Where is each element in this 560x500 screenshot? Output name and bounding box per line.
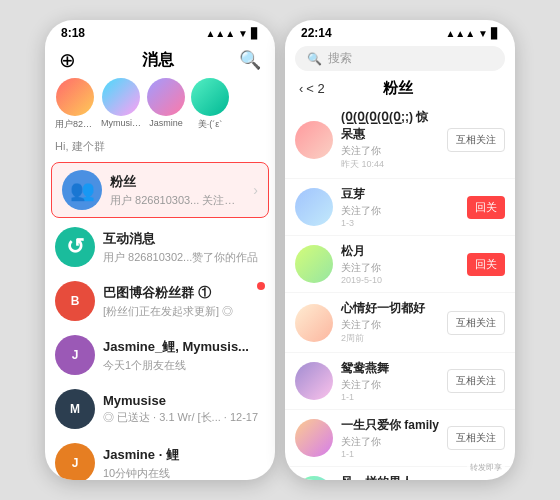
- search-icon: 🔍: [307, 52, 322, 66]
- stories-row: 用户826... Mymusise Jasmine 美·(´ε`: [45, 78, 275, 139]
- search-icon[interactable]: 🔍: [239, 49, 261, 71]
- fan-info: 心情好一切都好 关注了你 2周前: [341, 300, 439, 345]
- story-item[interactable]: 用户826...: [55, 78, 95, 131]
- interactive-name: 互动消息: [103, 230, 265, 248]
- fan-avatar: [295, 121, 333, 159]
- fans-list: (0̲(0̲(0̲(0̲(0̲;;) 惊呆惠 关注了你 昨天 10:44 互相关…: [285, 102, 515, 480]
- mutual-follow-button[interactable]: 互相关注: [447, 128, 505, 152]
- chat-item-jasmine-group[interactable]: J Jasmine_鲤, Mymusis... 今天1个朋友在线: [45, 328, 275, 382]
- interactive-avatar: ↺: [55, 227, 95, 267]
- story-label: Mymusise: [101, 118, 141, 128]
- fan-info: 鸳鸯燕舞 关注了你 1-1: [341, 360, 439, 402]
- fan-info: 一生只爱你 family 关注了你 1-1: [341, 417, 439, 459]
- fan-avatar: [295, 419, 333, 457]
- jasmine-group-info: Jasmine_鲤, Mymusis... 今天1个朋友在线: [103, 338, 265, 373]
- left-status-icons: ▲▲▲ ▼ ▊: [205, 28, 259, 39]
- jasmine-group-avatar: J: [55, 335, 95, 375]
- jasmine2-avatar: J: [55, 443, 95, 480]
- back-button[interactable]: ‹ < 2: [299, 81, 325, 96]
- fan-name: 鸳鸯燕舞: [341, 360, 439, 377]
- story-item[interactable]: Mymusise: [101, 78, 141, 131]
- fan-info: 风一样的男人 关注了你 1-1: [341, 474, 439, 480]
- fan-item[interactable]: 豆芽 关注了你 1-3 回关: [285, 179, 515, 236]
- fan-action: 关注了你: [341, 204, 459, 218]
- story-item[interactable]: 美·(´ε`: [191, 78, 229, 131]
- fan-avatar: [295, 245, 333, 283]
- fans-msg: 用户 826810303... 关注了你: [110, 193, 245, 208]
- signal-icon: ▲▲▲: [445, 28, 475, 39]
- unread-dot: [257, 282, 265, 290]
- wifi-icon: ▼: [238, 28, 248, 39]
- transition-arrow: →: [273, 239, 275, 262]
- right-status-icons: ▲▲▲ ▼ ▊: [445, 28, 499, 39]
- jasmine2-name: Jasmine · 鲤: [103, 446, 265, 464]
- chat-item-interactive[interactable]: ↺ 互动消息 用户 826810302...赞了你的作品: [45, 220, 275, 274]
- greeting-text: Hi, 建个群: [55, 140, 105, 152]
- group-name: 巴图博谷粉丝群 ①: [103, 284, 265, 302]
- left-time: 8:18: [61, 26, 85, 40]
- fan-action: 关注了你: [341, 144, 439, 158]
- mutual-follow-button[interactable]: 互相关注: [447, 311, 505, 335]
- fan-action: 关注了你: [341, 318, 439, 332]
- story-avatar: [191, 78, 229, 116]
- battery-icon: ▊: [491, 28, 499, 39]
- mutual-follow-button[interactable]: 互相关注: [447, 426, 505, 450]
- fan-item[interactable]: 松月 关注了你 2019-5-10 回关: [285, 236, 515, 293]
- fan-item[interactable]: 一生只爱你 family 关注了你 1-1 互相关注: [285, 410, 515, 467]
- fan-action: 关注了你: [341, 261, 459, 275]
- group-info: 巴图博谷粉丝群 ① [粉丝们正在发起求更新] ◎: [103, 284, 265, 319]
- fan-name: 心情好一切都好: [341, 300, 439, 317]
- right-header: ‹ < 2 粉丝: [285, 75, 515, 102]
- fan-action: 关注了你: [341, 378, 439, 392]
- story-label: 美·(´ε`: [198, 118, 223, 131]
- fans-name: 粉丝: [110, 173, 245, 191]
- fans-avatar: 👥: [62, 170, 102, 210]
- greeting-bar: Hi, 建个群: [45, 139, 275, 160]
- fan-avatar: [295, 476, 333, 480]
- fan-action: 关注了你: [341, 435, 439, 449]
- signal-icon: ▲▲▲: [205, 28, 235, 39]
- interactive-msg: 用户 826810302...赞了你的作品: [103, 250, 265, 265]
- fan-item[interactable]: (0̲(0̲(0̲(0̲(0̲;;) 惊呆惠 关注了你 昨天 10:44 互相关…: [285, 102, 515, 179]
- story-avatar: [102, 78, 140, 116]
- fan-avatar: [295, 188, 333, 226]
- chat-item-group[interactable]: B 巴图博谷粉丝群 ① [粉丝们正在发起求更新] ◎: [45, 274, 275, 328]
- fan-avatar: [295, 304, 333, 342]
- fan-time: 1-3: [341, 218, 459, 228]
- jasmine2-msg: 10分钟内在线: [103, 466, 265, 481]
- fan-item[interactable]: 心情好一切都好 关注了你 2周前 互相关注: [285, 293, 515, 353]
- fan-item[interactable]: 鸳鸯燕舞 关注了你 1-1 互相关注: [285, 353, 515, 410]
- fan-time: 昨天 10:44: [341, 158, 439, 171]
- left-phone: 8:18 ▲▲▲ ▼ ▊ ⊕ 消息 🔍 用户826... Mymusise: [45, 20, 275, 480]
- fan-time: 2周前: [341, 332, 439, 345]
- chat-item-mymusise[interactable]: M Mymusise ◎ 已送达 · 3.1 Wr/ [长... · 12-17: [45, 382, 275, 436]
- back-icon: ‹: [299, 81, 303, 96]
- mutual-follow-button[interactable]: 互相关注: [447, 369, 505, 393]
- left-header: ⊕ 消息 🔍: [45, 44, 275, 78]
- follow-back-button[interactable]: 回关: [467, 196, 505, 219]
- story-avatar: [56, 78, 94, 116]
- follow-back-button[interactable]: 回关: [467, 253, 505, 276]
- wifi-icon: ▼: [478, 28, 488, 39]
- fan-name: (0̲(0̲(0̲(0̲(0̲;;) 惊呆惠: [341, 109, 439, 143]
- battery-icon: ▊: [251, 28, 259, 39]
- story-avatar: [147, 78, 185, 116]
- fans-info: 粉丝 用户 826810303... 关注了你: [110, 173, 245, 208]
- right-status-bar: 22:14 ▲▲▲ ▼ ▊: [285, 20, 515, 44]
- back-label: < 2: [306, 81, 324, 96]
- add-group-icon[interactable]: ⊕: [59, 48, 76, 72]
- story-label: 用户826...: [55, 118, 95, 131]
- mymusise-info: Mymusise ◎ 已送达 · 3.1 Wr/ [长... · 12-17: [103, 393, 265, 425]
- mymusise-msg: ◎ 已送达 · 3.1 Wr/ [长... · 12-17: [103, 410, 265, 425]
- chat-item-jasmine2[interactable]: J Jasmine · 鲤 10分钟内在线: [45, 436, 275, 480]
- chat-item-fans[interactable]: 👥 粉丝 用户 826810303... 关注了你 ›: [51, 162, 269, 218]
- group-avatar: B: [55, 281, 95, 321]
- left-status-bar: 8:18 ▲▲▲ ▼ ▊: [45, 20, 275, 44]
- mymusise-name: Mymusise: [103, 393, 265, 408]
- story-label: Jasmine: [149, 118, 183, 128]
- fan-avatar: [295, 362, 333, 400]
- story-item[interactable]: Jasmine: [147, 78, 185, 131]
- watermark: 转发即享: [467, 461, 505, 474]
- jasmine-group-msg: 今天1个朋友在线: [103, 358, 265, 373]
- right-search-bar[interactable]: 🔍 搜索: [295, 46, 505, 71]
